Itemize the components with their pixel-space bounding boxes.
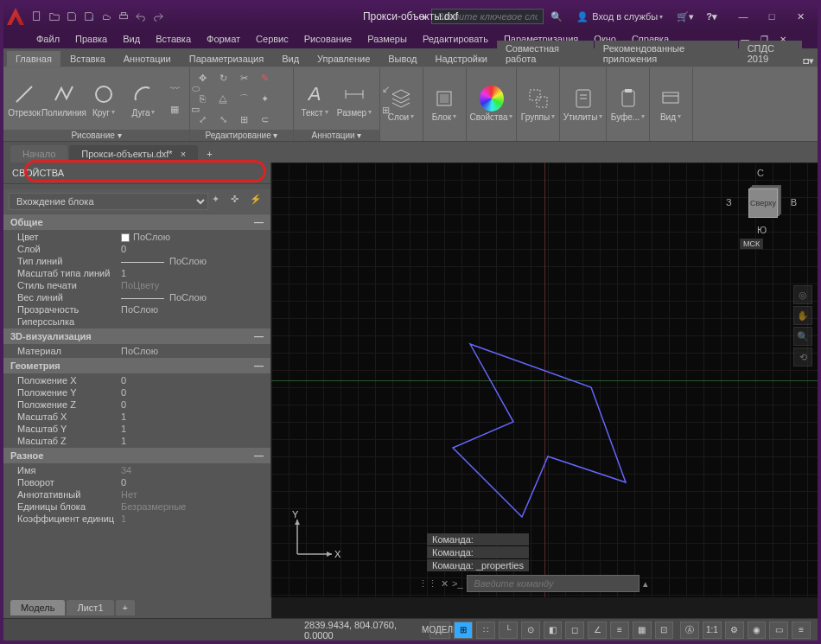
selected-block-shape[interactable] bbox=[418, 335, 643, 534]
status-scale-icon[interactable]: 1:1 bbox=[703, 622, 722, 639]
property-row[interactable]: АннотативныйНет bbox=[3, 488, 270, 501]
help-icon[interactable]: ?▾ bbox=[701, 11, 722, 22]
signin-button[interactable]: 👤 Вход в службы bbox=[570, 11, 670, 22]
menu-edit[interactable]: Правка bbox=[68, 32, 114, 46]
layers-button[interactable]: Слои bbox=[384, 85, 418, 124]
menu-file[interactable]: Файл bbox=[29, 32, 67, 46]
section-general[interactable]: Общие— bbox=[3, 214, 270, 231]
status-custom-icon[interactable]: ≡ bbox=[792, 622, 811, 639]
block-button[interactable]: Блок bbox=[427, 85, 461, 124]
polyline-button[interactable]: Полилиния bbox=[47, 80, 81, 119]
qat-saveas-icon[interactable] bbox=[81, 9, 97, 24]
clipboard-button[interactable]: Буфе... bbox=[610, 85, 646, 124]
status-model-button[interactable]: МОДЕЛЬ bbox=[430, 622, 450, 639]
menu-format[interactable]: Формат bbox=[200, 32, 247, 46]
ribbon-tab-addins[interactable]: Надстройки bbox=[427, 51, 496, 67]
property-value[interactable]: 1 bbox=[116, 513, 270, 524]
scale-icon[interactable]: ⤡ bbox=[214, 111, 232, 128]
groups-button[interactable]: Группы bbox=[520, 85, 556, 124]
properties-button[interactable]: Свойства bbox=[470, 85, 512, 124]
quick-select-icon[interactable]: ⚡ bbox=[250, 194, 265, 209]
text-button[interactable]: AТекст bbox=[297, 80, 332, 119]
property-value[interactable]: ПоСлою bbox=[116, 292, 270, 303]
app-logo[interactable] bbox=[7, 8, 24, 25]
property-row[interactable]: Масштаб Y1 bbox=[3, 423, 270, 435]
layout-tab-add[interactable]: + bbox=[116, 600, 135, 615]
property-value[interactable]: 0 bbox=[116, 477, 270, 488]
menu-insert[interactable]: Вставка bbox=[149, 32, 198, 46]
toggle-pickadd-icon[interactable]: ✦ bbox=[212, 194, 227, 209]
property-value[interactable]: 1 bbox=[116, 424, 270, 434]
qat-open-icon[interactable] bbox=[47, 9, 62, 24]
layout-tab-model[interactable]: Модель bbox=[10, 600, 65, 615]
explode-icon[interactable]: ✦ bbox=[256, 90, 273, 107]
property-value[interactable]: 1 bbox=[116, 436, 270, 446]
ribbon-tab-insert[interactable]: Вставка bbox=[61, 51, 114, 67]
property-row[interactable]: Положение Z0 bbox=[3, 399, 270, 411]
property-value[interactable]: Нет bbox=[116, 489, 270, 500]
nav-orbit-icon[interactable]: ⟲ bbox=[793, 348, 812, 367]
exchange-icon[interactable]: 🛒▾ bbox=[673, 11, 697, 22]
property-row[interactable]: Вес линийПоСлою bbox=[3, 291, 270, 303]
spline-icon[interactable]: 〰 bbox=[166, 80, 183, 97]
property-row[interactable]: ЦветПоСлою bbox=[3, 231, 270, 243]
ribbon-tab-apps[interactable]: Рекомендованные приложения bbox=[595, 41, 738, 67]
property-value[interactable]: ПоСлою bbox=[116, 232, 270, 242]
qat-cloud-icon[interactable] bbox=[99, 9, 114, 24]
status-clean-icon[interactable]: ▭ bbox=[769, 622, 788, 639]
property-value[interactable]: 1 bbox=[116, 411, 270, 422]
property-value[interactable]: 0 bbox=[116, 375, 270, 386]
menu-draw[interactable]: Рисование bbox=[297, 32, 359, 46]
menu-service[interactable]: Сервис bbox=[249, 32, 296, 46]
qat-new-icon[interactable] bbox=[29, 9, 45, 24]
fillet-icon[interactable]: ⌒ bbox=[235, 90, 252, 107]
line-button[interactable]: Отрезок bbox=[7, 80, 41, 119]
qat-save-icon[interactable] bbox=[64, 9, 80, 24]
qat-undo-icon[interactable] bbox=[133, 9, 149, 24]
rotate-icon[interactable]: ↻ bbox=[214, 69, 232, 86]
select-objects-icon[interactable]: ✜ bbox=[231, 194, 246, 209]
property-row[interactable]: Единицы блокаБезразмерные bbox=[3, 501, 270, 513]
property-row[interactable]: ПрозрачностьПоСлою bbox=[3, 303, 270, 316]
tab-add-button[interactable]: + bbox=[200, 145, 219, 163]
property-row[interactable]: Масштаб Z1 bbox=[3, 435, 270, 447]
menu-view[interactable]: Вид bbox=[116, 32, 147, 46]
status-transp-icon[interactable]: ▦ bbox=[633, 622, 652, 639]
property-row[interactable]: Поворот0 bbox=[3, 476, 270, 488]
drawing-canvas[interactable]: X Y С Ю В З Сверху МСК ◎ ✋ 🔍 ⟲ Команда: … bbox=[271, 163, 818, 597]
search-go-icon[interactable]: 🔍 bbox=[547, 11, 566, 22]
status-ws-icon[interactable]: ⚙ bbox=[725, 622, 744, 639]
cmd-handle-icon[interactable]: ⋮⋮ bbox=[418, 578, 437, 590]
hatch-icon[interactable]: ▦ bbox=[166, 100, 183, 118]
property-value[interactable]: 0 bbox=[116, 387, 270, 398]
property-value[interactable] bbox=[116, 316, 270, 327]
cmd-recent-icon[interactable]: ▴ bbox=[643, 578, 648, 590]
property-row[interactable]: Масштаб типа линий1 bbox=[3, 267, 270, 279]
status-grid-icon[interactable]: ⊞ bbox=[454, 622, 473, 639]
ribbon-tab-view[interactable]: Вид bbox=[273, 51, 308, 67]
property-value[interactable]: ПоСлою bbox=[116, 346, 270, 356]
erase-icon[interactable]: ✎ bbox=[256, 69, 273, 86]
view-button[interactable]: Вид bbox=[653, 85, 688, 124]
property-row[interactable]: Слой0 bbox=[3, 243, 270, 255]
panel-annot-label[interactable]: Аннотации ▾ bbox=[294, 130, 379, 141]
object-type-select[interactable]: Вхождение блока bbox=[9, 193, 208, 210]
array-icon[interactable]: ⊞ bbox=[235, 111, 252, 128]
menu-modify[interactable]: Редактировать bbox=[416, 32, 495, 46]
property-row[interactable]: МатериалПоСлою bbox=[3, 345, 270, 357]
qat-redo-icon[interactable] bbox=[150, 9, 166, 24]
status-iso-icon[interactable]: ◧ bbox=[544, 622, 563, 639]
nav-wheel-icon[interactable]: ◎ bbox=[793, 285, 812, 304]
ribbon-tab-home[interactable]: Главная bbox=[7, 51, 60, 67]
menu-dims[interactable]: Размеры bbox=[360, 32, 414, 46]
property-value[interactable]: 0 bbox=[116, 244, 270, 254]
trim-icon[interactable]: ✂ bbox=[235, 69, 252, 86]
status-ortho-icon[interactable]: └ bbox=[499, 622, 518, 639]
ribbon-tab-param[interactable]: Параметризация bbox=[181, 51, 272, 67]
property-value[interactable]: 0 bbox=[116, 399, 270, 410]
tab-close-icon[interactable]: × bbox=[181, 149, 186, 159]
stretch-icon[interactable]: ⤢ bbox=[194, 111, 211, 128]
section-misc[interactable]: Разное— bbox=[3, 447, 270, 464]
dim-button[interactable]: Размер bbox=[337, 80, 372, 119]
offset-icon[interactable]: ⊂ bbox=[256, 111, 273, 128]
